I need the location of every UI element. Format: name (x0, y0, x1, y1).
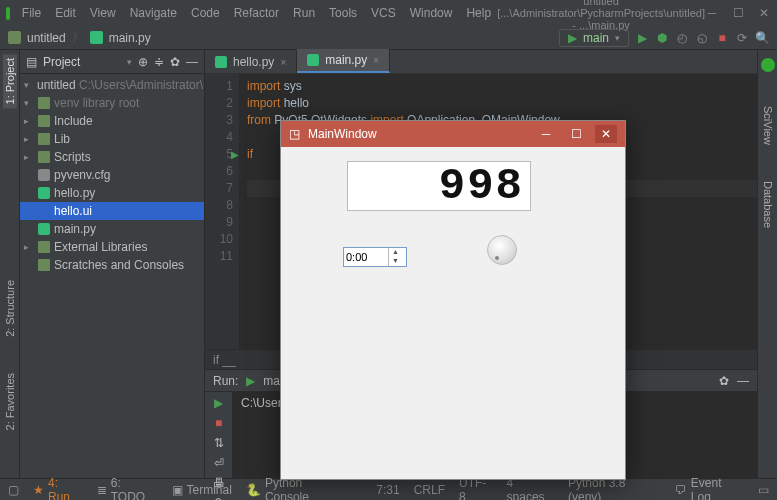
analysis-ok-icon[interactable] (761, 58, 775, 72)
layout-icon[interactable]: ⇅ (214, 436, 224, 450)
vcs-update-icon[interactable]: ⟳ (735, 31, 749, 45)
tree-node[interactable]: ▸External Libraries (20, 238, 204, 256)
child-minimize-icon[interactable]: ─ (535, 125, 557, 143)
coverage-icon[interactable]: ◴ (675, 31, 689, 45)
child-close-icon[interactable]: ✕ (595, 125, 617, 143)
editor-tab[interactable]: main.py× (297, 49, 390, 73)
minimize-icon[interactable]: ─ (705, 6, 719, 20)
main-menu[interactable]: FileEditViewNavigateCodeRefactorRunTools… (16, 4, 497, 22)
bottom-tab-terminal[interactable]: ▣ Terminal (172, 483, 232, 497)
navigation-bar: untitled 〉 main.py ▶ main ▾ ▶ ⬢ ◴ ◵ ■ ⟳ … (0, 26, 777, 50)
menu-window[interactable]: Window (404, 4, 459, 22)
child-maximize-icon[interactable]: ☐ (565, 125, 587, 143)
tree-node[interactable]: main.py (20, 220, 204, 238)
file-icon (90, 31, 103, 44)
bottom-tab-run[interactable]: ★ 4: Run (33, 476, 83, 501)
menu-edit[interactable]: Edit (49, 4, 82, 22)
run-title: Run: (213, 374, 238, 388)
run-icon[interactable]: ▶ (635, 31, 649, 45)
memory-icon[interactable]: ▭ (758, 483, 769, 497)
right-tool-stripe: SciView Database (757, 50, 777, 478)
tool-tab-structure[interactable]: 2: Structure (3, 276, 17, 341)
event-log[interactable]: 🗩 Event Log (675, 476, 744, 501)
child-titlebar[interactable]: ◳ MainWindow ─ ☐ ✕ (281, 121, 625, 147)
tree-node[interactable]: ▸Include (20, 112, 204, 130)
tree-node[interactable]: hello.py (20, 184, 204, 202)
menu-tools[interactable]: Tools (323, 4, 363, 22)
time-spin[interactable]: ▲▼ (388, 248, 402, 266)
app-icon (6, 7, 10, 20)
tree-node[interactable]: pyvenv.cfg (20, 166, 204, 184)
line-separator[interactable]: CRLF (414, 483, 445, 497)
bottom-tab-todo[interactable]: ≣ 6: TODO (97, 476, 158, 501)
time-edit[interactable]: ▲▼ (343, 247, 407, 267)
dial-control[interactable] (487, 235, 517, 265)
profile-icon[interactable]: ◵ (695, 31, 709, 45)
tree-node[interactable]: Scratches and Consoles (20, 256, 204, 274)
stop-run-icon[interactable]: ■ (215, 416, 222, 430)
run-config-selector[interactable]: ▶ main ▾ (559, 29, 629, 47)
tree-node[interactable]: hello.ui (20, 202, 204, 220)
menu-bar: FileEditViewNavigateCodeRefactorRunTools… (0, 0, 777, 26)
breadcrumb-file[interactable]: main.py (109, 31, 151, 45)
left-tool-stripe: 1: Project 2: Structure 2: Favorites (0, 50, 20, 478)
tool-tab-database[interactable]: Database (761, 177, 775, 232)
tree-node[interactable]: ▾untitled C:\Users\Administrator\Pycharm (20, 76, 204, 94)
child-window[interactable]: ◳ MainWindow ─ ☐ ✕ 998 ▲▼ (280, 120, 626, 480)
menu-refactor[interactable]: Refactor (228, 4, 285, 22)
stop-icon[interactable]: ■ (715, 31, 729, 45)
tree-node[interactable]: ▸Scripts (20, 148, 204, 166)
debug-icon[interactable]: ⬢ (655, 31, 669, 45)
delete-icon[interactable]: 🗑 (213, 496, 225, 500)
tree-node[interactable]: ▾venv library root (20, 94, 204, 112)
collapse-icon[interactable]: ≑ (154, 55, 164, 69)
tree-node[interactable]: ▸Lib (20, 130, 204, 148)
lcd-value: 998 (439, 161, 524, 211)
project-view-icon[interactable]: ▤ (26, 55, 37, 69)
menu-navigate[interactable]: Navigate (124, 4, 183, 22)
project-tool-window: ▤ Project ▾ ⊕ ≑ ✿ — ▾untitled C:\Users\A… (20, 50, 205, 478)
menu-file[interactable]: File (16, 4, 47, 22)
tool-tab-favorites[interactable]: 2: Favorites (3, 369, 17, 434)
wrap-icon[interactable]: ⏎ (214, 456, 224, 470)
run-config-name: main (583, 31, 609, 45)
tool-tab-sciview[interactable]: SciView (761, 102, 775, 149)
menu-help[interactable]: Help (460, 4, 497, 22)
project-icon (8, 31, 21, 44)
time-input[interactable] (344, 251, 388, 263)
settings-icon[interactable]: ✿ (170, 55, 180, 69)
status-bar: ▢ ★ 4: Run ≣ 6: TODO ▣ Terminal 🐍 Python… (0, 478, 777, 500)
hide-icon[interactable]: — (186, 55, 198, 69)
menu-code[interactable]: Code (185, 4, 226, 22)
editor-tabs: hello.py×main.py× (205, 50, 757, 74)
rerun-icon[interactable]: ▶ (214, 396, 223, 410)
editor-gutter: 1234567891011 (205, 74, 239, 349)
run-settings-icon[interactable]: ✿ (719, 374, 729, 388)
lcd-display: 998 (347, 161, 531, 211)
select-opened-icon[interactable]: ⊕ (138, 55, 148, 69)
menu-vcs[interactable]: VCS (365, 4, 402, 22)
child-app-icon: ◳ (289, 127, 300, 141)
menu-view[interactable]: View (84, 4, 122, 22)
run-hide-icon[interactable]: — (737, 374, 749, 388)
project-title: Project (43, 55, 121, 69)
search-icon[interactable]: 🔍 (755, 31, 769, 45)
close-icon[interactable]: ✕ (757, 6, 771, 20)
child-window-title: MainWindow (308, 127, 527, 141)
show-tool-windows-icon[interactable]: ▢ (8, 483, 19, 497)
editor-tab[interactable]: hello.py× (205, 51, 297, 73)
caret-position[interactable]: 7:31 (376, 483, 399, 497)
maximize-icon[interactable]: ☐ (731, 6, 745, 20)
project-tree[interactable]: ▾untitled C:\Users\Administrator\Pycharm… (20, 74, 204, 478)
menu-run[interactable]: Run (287, 4, 321, 22)
window-title: untitled [...\Administrator\PycharmProje… (497, 0, 705, 31)
tool-tab-project[interactable]: 1: Project (3, 54, 17, 108)
breadcrumb-project[interactable]: untitled (27, 31, 66, 45)
run-toolbar: ▶ ■ ⇅ ⏎ 🖶 🗑 (205, 392, 233, 478)
